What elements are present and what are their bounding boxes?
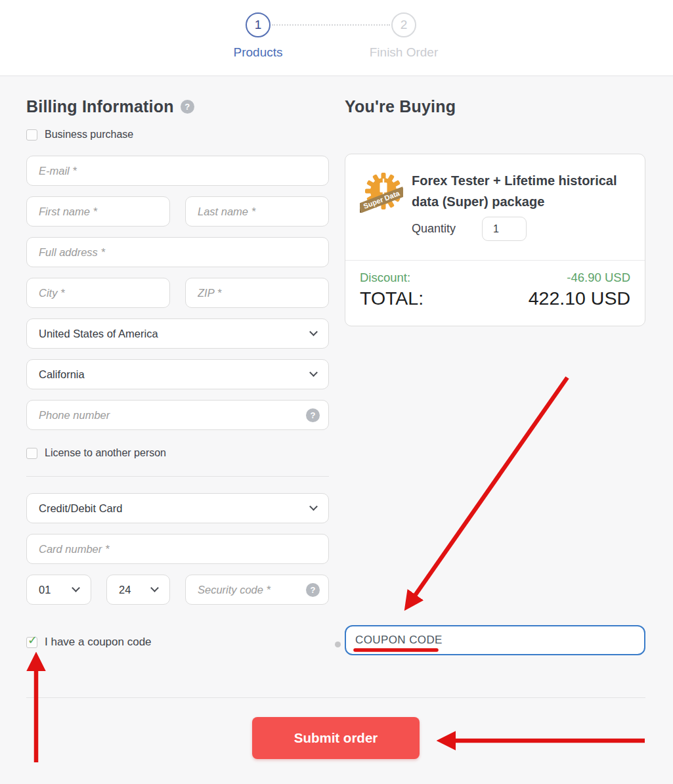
payment-section-divider (26, 476, 329, 477)
license-checkbox-row[interactable]: License to another person (26, 447, 329, 459)
business-purchase-label: Business purchase (45, 129, 133, 141)
expiry-year-select[interactable]: 24 (106, 575, 170, 605)
product-card: Super Data Forex Tester + Lifetime histo… (345, 154, 645, 326)
zip-field[interactable] (186, 278, 328, 307)
business-purchase-checkbox[interactable] (26, 129, 37, 141)
billing-title: Billing Information (26, 97, 174, 116)
first-name-field-wrap (26, 196, 170, 227)
phone-field-wrap: ? (26, 400, 329, 430)
footer-divider (26, 697, 645, 698)
phone-field[interactable] (27, 401, 328, 429)
quantity-input[interactable] (482, 217, 527, 241)
annotation-arrow-to-coupon-field (407, 378, 567, 607)
order-summary: You're Buying (345, 97, 645, 326)
license-checkbox[interactable] (26, 448, 37, 459)
step-1-label: Products (206, 45, 311, 60)
email-field[interactable] (27, 156, 328, 185)
business-purchase-checkbox-row[interactable]: Business purchase (26, 129, 329, 141)
order-totals: Discount: -46.90 USD TOTAL: 422.10 USD (345, 260, 645, 326)
step-2-circle: 2 (391, 12, 416, 37)
coupon-checkbox[interactable]: ✓ (26, 637, 37, 648)
chevron-down-icon (150, 584, 159, 592)
step-2-number: 2 (401, 18, 408, 32)
state-select[interactable]: California (26, 359, 329, 389)
billing-help-icon[interactable]: ? (181, 100, 194, 114)
card-number-field-wrap (26, 534, 329, 564)
product-name: Forex Tester + Lifetime historical data … (412, 171, 630, 212)
step-finish-order[interactable]: 2 Finish Order (351, 12, 456, 60)
expiry-month-value: 01 (39, 584, 51, 596)
card-number-field[interactable] (27, 534, 328, 563)
email-field-wrap (26, 156, 329, 186)
payment-method-value: Credit/Debit Card (39, 502, 122, 515)
chevron-down-icon (309, 328, 318, 336)
expiry-month-select[interactable]: 01 (26, 575, 91, 605)
city-field-wrap (26, 278, 170, 308)
billing-form: Billing Information ? Business purchase … (26, 97, 329, 649)
step-products[interactable]: 1 Products (206, 12, 311, 60)
coupon-checkbox-label: I have a coupon code (45, 636, 152, 649)
country-select[interactable]: United States of America (26, 318, 329, 349)
discount-label: Discount: (360, 271, 410, 285)
chevron-down-icon (309, 368, 318, 377)
state-select-value: California (39, 368, 85, 381)
expiry-year-value: 24 (119, 584, 131, 596)
order-title: You're Buying (345, 97, 456, 116)
security-code-field-wrap: ? (185, 575, 329, 605)
license-label: License to another person (45, 447, 166, 459)
city-field[interactable] (27, 278, 169, 307)
full-address-field[interactable] (27, 238, 328, 267)
last-name-field-wrap (185, 196, 329, 227)
quantity-label: Quantity (412, 222, 456, 236)
total-value: 422.10 USD (529, 288, 630, 309)
super-data-badge-icon: Super Data (360, 171, 403, 213)
step-1-number: 1 (255, 18, 262, 32)
discount-value: -46.90 USD (567, 271, 630, 285)
phone-help-icon[interactable]: ? (306, 408, 320, 422)
first-name-field[interactable] (27, 197, 169, 226)
chevron-down-icon (72, 584, 80, 592)
coupon-checkbox-row[interactable]: ✓ I have a coupon code (26, 636, 329, 649)
step-1-circle: 1 (246, 12, 271, 37)
submit-order-button[interactable]: Submit order (252, 717, 420, 759)
full-address-field-wrap (26, 237, 329, 267)
checkmark-icon: ✓ (28, 633, 37, 647)
coupon-code-input[interactable] (345, 625, 645, 655)
payment-method-select[interactable]: Credit/Debit Card (26, 493, 329, 523)
country-select-value: United States of America (39, 328, 158, 340)
last-name-field[interactable] (186, 197, 328, 226)
step-2-label: Finish Order (351, 45, 456, 60)
coupon-bullet-dot (335, 642, 341, 647)
chevron-down-icon (309, 502, 318, 511)
zip-field-wrap (185, 278, 329, 308)
security-code-help-icon[interactable]: ? (306, 583, 320, 597)
checkout-steps-header: 1 Products 2 Finish Order (0, 0, 673, 76)
total-label: TOTAL: (360, 288, 423, 309)
